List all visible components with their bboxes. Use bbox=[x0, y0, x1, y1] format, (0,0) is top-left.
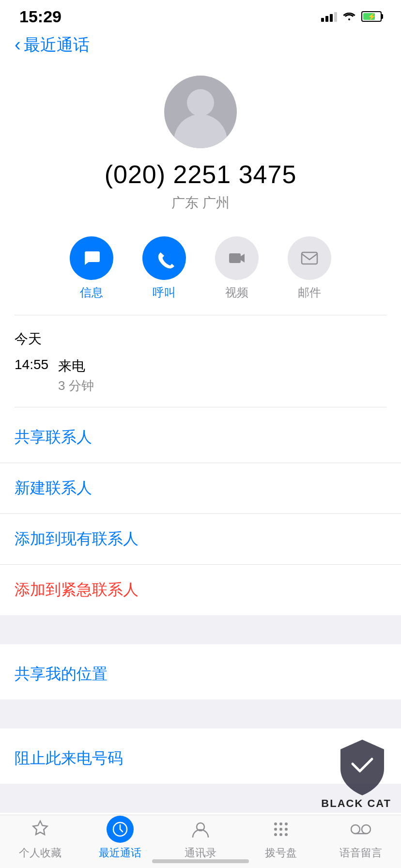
new-contact-label: 新建联系人 bbox=[15, 479, 92, 496]
chevron-left-icon: ‹ bbox=[15, 35, 21, 54]
wifi-icon bbox=[343, 10, 355, 23]
back-label: 最近通话 bbox=[24, 34, 90, 56]
call-label: 呼叫 bbox=[153, 285, 176, 300]
home-indicator bbox=[152, 859, 249, 863]
add-emergency-item[interactable]: 添加到紧急联系人 bbox=[0, 565, 401, 615]
call-time: 14:55 bbox=[15, 357, 48, 375]
call-type: 来电 bbox=[58, 357, 85, 375]
svg-point-6 bbox=[285, 822, 288, 825]
watermark: BLACK CAT bbox=[321, 737, 391, 810]
svg-point-11 bbox=[279, 833, 282, 836]
message-button[interactable]: 信息 bbox=[70, 236, 113, 300]
add-existing-label: 添加到现有联系人 bbox=[15, 530, 139, 547]
svg-point-14 bbox=[362, 825, 370, 834]
tab-recents[interactable]: 最近通话 bbox=[84, 816, 156, 860]
call-duration: 3 分钟 bbox=[58, 377, 386, 394]
call-record: 14:55 来电 3 分钟 bbox=[15, 357, 386, 394]
share-location-label: 共享我的位置 bbox=[15, 665, 108, 682]
phone-number: (020) 2251 3475 bbox=[105, 160, 297, 189]
tab-keypad[interactable]: 拨号盘 bbox=[245, 816, 317, 860]
svg-point-4 bbox=[274, 822, 277, 825]
add-existing-item[interactable]: 添加到现有联系人 bbox=[0, 514, 401, 565]
status-icons: ⚡ bbox=[321, 10, 382, 23]
tab-keypad-label: 拨号盘 bbox=[265, 846, 297, 860]
watermark-text: BLACK CAT bbox=[321, 797, 391, 810]
video-button[interactable]: 视频 bbox=[215, 236, 259, 300]
svg-point-7 bbox=[274, 828, 277, 831]
today-label: 今天 bbox=[15, 330, 386, 348]
watermark-shield-icon bbox=[333, 737, 391, 795]
mail-button[interactable]: 邮件 bbox=[288, 236, 331, 300]
call-history: 今天 14:55 来电 3 分钟 bbox=[0, 315, 401, 407]
voicemail-icon bbox=[347, 816, 374, 843]
add-emergency-label: 添加到紧急联系人 bbox=[15, 581, 139, 598]
tab-voicemail[interactable]: 语音留言 bbox=[324, 816, 397, 860]
message-label: 信息 bbox=[80, 285, 103, 300]
avatar bbox=[164, 76, 237, 148]
signal-icon bbox=[321, 11, 337, 22]
status-bar: 15:29 ⚡ bbox=[0, 0, 401, 29]
contact-header: (020) 2251 3475 广东 广州 bbox=[0, 66, 401, 227]
tab-contacts-label: 通讯录 bbox=[185, 846, 216, 860]
contacts-icon bbox=[187, 816, 214, 843]
call-button[interactable]: 呼叫 bbox=[142, 236, 186, 300]
share-contact-item[interactable]: 共享联系人 bbox=[0, 412, 401, 463]
menu-section-2: 共享我的位置 bbox=[0, 649, 401, 699]
location-text: 广东 广州 bbox=[171, 194, 230, 212]
gray-separator-1 bbox=[0, 615, 401, 644]
tab-voicemail-label: 语音留言 bbox=[339, 846, 382, 860]
status-time: 15:29 bbox=[19, 7, 62, 26]
back-button[interactable]: ‹ 最近通话 bbox=[15, 34, 90, 56]
gray-separator-2 bbox=[0, 699, 401, 728]
menu-section-1: 共享联系人 新建联系人 添加到现有联系人 添加到紧急联系人 bbox=[0, 412, 401, 615]
video-label: 视频 bbox=[225, 285, 248, 300]
new-contact-item[interactable]: 新建联系人 bbox=[0, 463, 401, 514]
block-number-label: 阻止此来电号码 bbox=[15, 749, 123, 767]
nav-bar: ‹ 最近通话 bbox=[0, 29, 401, 66]
svg-point-5 bbox=[279, 822, 282, 825]
keypad-icon bbox=[267, 816, 294, 843]
action-buttons: 信息 呼叫 视频 bbox=[0, 227, 401, 315]
tab-contacts[interactable]: 通讯录 bbox=[164, 816, 237, 860]
svg-point-12 bbox=[285, 833, 288, 836]
clock-icon bbox=[107, 816, 134, 843]
svg-point-10 bbox=[274, 833, 277, 836]
tab-favorites-label: 个人收藏 bbox=[19, 846, 62, 860]
svg-rect-1 bbox=[302, 252, 317, 264]
svg-rect-0 bbox=[229, 253, 241, 263]
svg-point-8 bbox=[279, 828, 282, 831]
battery-icon: ⚡ bbox=[361, 11, 382, 22]
share-location-item[interactable]: 共享我的位置 bbox=[0, 649, 401, 699]
svg-point-9 bbox=[285, 828, 288, 831]
star-icon bbox=[27, 816, 54, 843]
svg-point-13 bbox=[351, 825, 360, 834]
tab-favorites[interactable]: 个人收藏 bbox=[4, 816, 77, 860]
divider-2 bbox=[15, 407, 386, 407]
mail-label: 邮件 bbox=[298, 285, 321, 300]
share-contact-label: 共享联系人 bbox=[15, 428, 92, 446]
tab-recents-label: 最近通话 bbox=[99, 846, 141, 860]
